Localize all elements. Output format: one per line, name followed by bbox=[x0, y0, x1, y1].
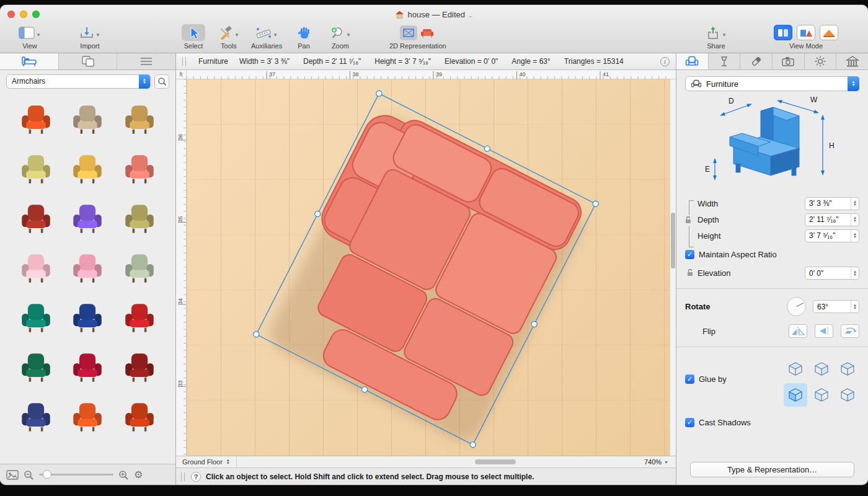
stepper-icon[interactable]: ▲▼ bbox=[851, 214, 859, 226]
elevation-lock-icon[interactable] bbox=[686, 268, 694, 279]
chevron-down-icon: ▼ bbox=[273, 32, 278, 38]
view-mode-group: View Mode bbox=[774, 24, 838, 50]
title-chevron-icon[interactable]: ⌄ bbox=[468, 12, 473, 19]
gear-icon[interactable]: ⚙ bbox=[134, 469, 143, 480]
stepper-icon[interactable]: ▲▼ bbox=[851, 230, 859, 242]
search-button[interactable] bbox=[154, 74, 169, 89]
floor-select[interactable]: Ground Floor ▲▼ bbox=[176, 456, 237, 467]
glue-option-button[interactable] bbox=[810, 357, 833, 381]
import-button[interactable]: ▼ Import bbox=[79, 24, 100, 50]
svg-text:34: 34 bbox=[177, 298, 184, 304]
maintain-aspect-checkbox[interactable]: ✓ bbox=[685, 250, 694, 259]
library-chair[interactable] bbox=[10, 343, 62, 392]
library-chair[interactable] bbox=[113, 293, 166, 343]
library-chair[interactable] bbox=[62, 293, 114, 343]
drag-grip-icon[interactable] bbox=[181, 472, 185, 481]
vertical-scrollbar-thumb[interactable] bbox=[671, 213, 675, 268]
tab-inspector-furniture[interactable] bbox=[676, 53, 709, 69]
cast-shadows-checkbox[interactable]: ✓ bbox=[685, 418, 694, 427]
library-chair[interactable] bbox=[10, 144, 62, 194]
library-chair[interactable] bbox=[62, 95, 114, 144]
tab-inspector-building[interactable] bbox=[836, 53, 868, 69]
elevation-field[interactable]: 0' 0" ▲▼ bbox=[805, 267, 859, 280]
glue-option-button[interactable] bbox=[810, 383, 833, 407]
flip-vertical-button[interactable] bbox=[815, 324, 833, 338]
select-tool-button[interactable]: Select bbox=[182, 24, 205, 50]
library-chair[interactable] bbox=[62, 392, 114, 441]
category-select[interactable]: Armchairs ▲▼ bbox=[6, 74, 151, 89]
split-view-button[interactable] bbox=[774, 25, 792, 40]
help-icon[interactable]: ? bbox=[191, 472, 201, 482]
width-field[interactable]: 3' 3 ⅜" ▲▼ bbox=[805, 197, 859, 210]
zoom-in-icon[interactable] bbox=[118, 470, 129, 480]
horizontal-scrollbar-thumb[interactable] bbox=[475, 459, 516, 464]
library-chair[interactable] bbox=[113, 343, 166, 392]
glue-by-label: Glue by bbox=[699, 374, 727, 384]
library-chair[interactable] bbox=[62, 194, 114, 244]
library-chair[interactable] bbox=[113, 144, 166, 194]
library-chair[interactable] bbox=[113, 194, 166, 244]
stepper-icon[interactable]: ▲▼ bbox=[851, 267, 859, 279]
library-chair[interactable] bbox=[10, 95, 62, 144]
share-button[interactable]: ▼ Share bbox=[706, 24, 727, 50]
library-chair[interactable] bbox=[10, 244, 62, 293]
library-chair[interactable] bbox=[113, 95, 166, 144]
flip-horizontal-button[interactable] bbox=[789, 324, 807, 338]
preview-image-icon[interactable] bbox=[6, 470, 19, 480]
tab-inspector-sun[interactable] bbox=[805, 53, 837, 69]
stepper-icon[interactable]: ▲▼ bbox=[851, 301, 859, 312]
floor-plan-canvas[interactable] bbox=[187, 79, 670, 456]
type-representation-button[interactable]: Type & Representation… bbox=[690, 462, 854, 477]
library-chair[interactable] bbox=[10, 194, 62, 244]
rotate-dial[interactable] bbox=[786, 296, 807, 317]
flip-rotate-button[interactable] bbox=[841, 324, 859, 338]
tab-inspector-camera[interactable] bbox=[773, 53, 805, 69]
category-value: Armchairs bbox=[12, 77, 45, 86]
svg-text:33: 33 bbox=[177, 380, 184, 386]
tab-furniture-library[interactable] bbox=[0, 53, 59, 69]
library-chair[interactable] bbox=[113, 244, 166, 293]
zoom-out-icon[interactable] bbox=[24, 470, 34, 480]
library-chair[interactable] bbox=[10, 392, 62, 441]
tab-list-view[interactable] bbox=[117, 53, 175, 69]
wireframe-representation-button[interactable] bbox=[400, 25, 417, 40]
depth-row: Depth 2' 11 ⁷⁄₁₆" ▲▼ bbox=[698, 211, 859, 228]
library-chair[interactable] bbox=[62, 144, 114, 194]
library-chair[interactable] bbox=[10, 293, 62, 343]
tools-button[interactable]: ▼ Tools bbox=[218, 24, 239, 50]
height-field[interactable]: 3' 7 ⁵⁄₁₆" ▲▼ bbox=[805, 229, 859, 242]
view-button[interactable]: ▼ View bbox=[19, 24, 41, 50]
pan-button[interactable]: Pan bbox=[296, 24, 311, 50]
zoom-level-control[interactable]: 740% ▼ bbox=[644, 458, 676, 466]
image-representation-button[interactable] bbox=[418, 25, 436, 40]
glue-option-button[interactable] bbox=[784, 383, 807, 407]
zoom-tool-button[interactable]: ▼ Zoom bbox=[330, 24, 351, 50]
tab-inspector-eraser[interactable] bbox=[740, 53, 773, 69]
rotate-field[interactable]: 63° ▲▼ bbox=[813, 300, 859, 313]
glue-by-checkbox[interactable]: ✓ bbox=[685, 374, 694, 384]
2d-3d-view-button[interactable] bbox=[797, 25, 815, 40]
drag-grip-icon[interactable] bbox=[182, 57, 186, 66]
depth-field[interactable]: 2' 11 ⁷⁄₁₆" ▲▼ bbox=[805, 213, 859, 226]
slider-thumb[interactable] bbox=[43, 470, 51, 479]
dimensions-lock-icon[interactable] bbox=[684, 215, 692, 226]
glue-option-button[interactable] bbox=[784, 357, 807, 381]
stepper-icon[interactable]: ▲▼ bbox=[851, 198, 859, 210]
library-chair[interactable] bbox=[62, 343, 114, 392]
info-icon[interactable]: i bbox=[660, 57, 670, 66]
status-message: Click an object to select. Hold Shift an… bbox=[206, 472, 534, 481]
lamp-icon bbox=[718, 55, 730, 68]
elevation-view-button[interactable] bbox=[820, 25, 838, 40]
glue-option-button[interactable] bbox=[836, 357, 859, 381]
library-chair[interactable] bbox=[62, 244, 114, 293]
library-chair[interactable] bbox=[113, 392, 166, 441]
auxiliaries-button[interactable]: ▼ Auxiliaries bbox=[251, 24, 282, 50]
thumbnail-size-slider[interactable] bbox=[39, 474, 113, 476]
inspector-category-select[interactable]: Furniture ▲▼ bbox=[685, 76, 859, 91]
chevron-down-icon: ▼ bbox=[36, 32, 41, 38]
selected-sofa-object[interactable] bbox=[187, 79, 670, 456]
glue-option-button[interactable] bbox=[836, 383, 859, 407]
tab-materials-library[interactable] bbox=[59, 53, 118, 69]
vertical-scrollbar[interactable] bbox=[670, 79, 676, 456]
tab-inspector-lamp[interactable] bbox=[709, 53, 741, 69]
